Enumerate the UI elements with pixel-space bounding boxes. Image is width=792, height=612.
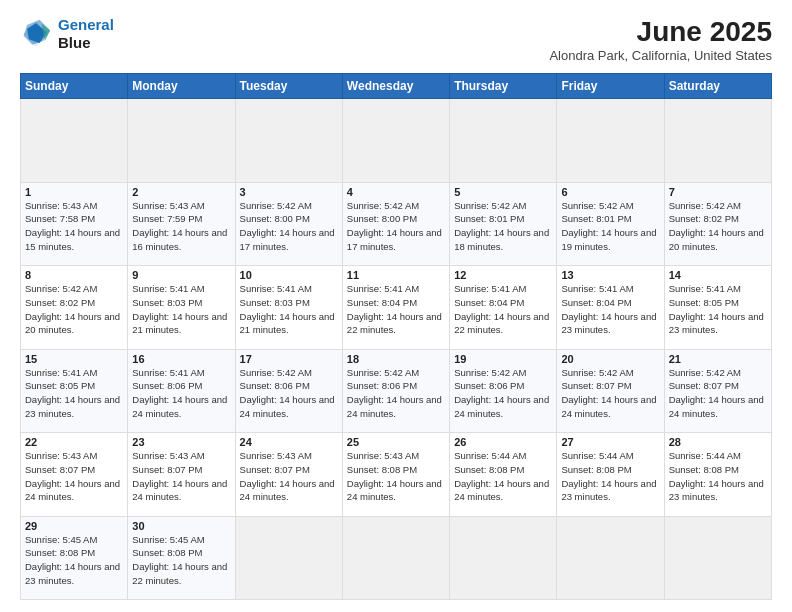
day-number: 3 (240, 186, 338, 198)
day-number: 24 (240, 436, 338, 448)
sunset-label: Sunset: 8:03 PM (132, 297, 202, 308)
sunrise-label: Sunrise: 5:43 AM (132, 450, 204, 461)
calendar-cell (450, 99, 557, 183)
calendar-cell: 8 Sunrise: 5:42 AM Sunset: 8:02 PM Dayli… (21, 266, 128, 350)
daylight-label: Daylight: 14 hours and 23 minutes. (25, 394, 120, 419)
sunrise-label: Sunrise: 5:44 AM (669, 450, 741, 461)
sunset-label: Sunset: 8:01 PM (561, 213, 631, 224)
calendar-cell: 28 Sunrise: 5:44 AM Sunset: 8:08 PM Dayl… (664, 433, 771, 517)
calendar-cell: 19 Sunrise: 5:42 AM Sunset: 8:06 PM Dayl… (450, 349, 557, 433)
daylight-label: Daylight: 14 hours and 21 minutes. (240, 311, 335, 336)
daylight-label: Daylight: 14 hours and 24 minutes. (454, 478, 549, 503)
daylight-label: Daylight: 14 hours and 24 minutes. (347, 394, 442, 419)
daylight-label: Daylight: 14 hours and 23 minutes. (561, 311, 656, 336)
day-number: 25 (347, 436, 445, 448)
col-saturday: Saturday (664, 74, 771, 99)
cell-content: Sunrise: 5:42 AM Sunset: 8:02 PM Dayligh… (25, 282, 123, 337)
day-number: 23 (132, 436, 230, 448)
calendar-cell: 29 Sunrise: 5:45 AM Sunset: 8:08 PM Dayl… (21, 516, 128, 600)
sunrise-label: Sunrise: 5:42 AM (454, 367, 526, 378)
sunset-label: Sunset: 8:01 PM (454, 213, 524, 224)
cell-content: Sunrise: 5:42 AM Sunset: 8:06 PM Dayligh… (347, 366, 445, 421)
day-number: 21 (669, 353, 767, 365)
month-title: June 2025 (549, 16, 772, 48)
daylight-label: Daylight: 14 hours and 20 minutes. (669, 227, 764, 252)
sunrise-label: Sunrise: 5:41 AM (132, 283, 204, 294)
cell-content: Sunrise: 5:42 AM Sunset: 8:00 PM Dayligh… (240, 199, 338, 254)
daylight-label: Daylight: 14 hours and 15 minutes. (25, 227, 120, 252)
calendar-cell: 20 Sunrise: 5:42 AM Sunset: 8:07 PM Dayl… (557, 349, 664, 433)
daylight-label: Daylight: 14 hours and 24 minutes. (132, 478, 227, 503)
logo: General Blue (20, 16, 114, 52)
sunset-label: Sunset: 8:07 PM (561, 380, 631, 391)
sunrise-label: Sunrise: 5:42 AM (561, 367, 633, 378)
calendar-cell (664, 516, 771, 600)
col-monday: Monday (128, 74, 235, 99)
day-number: 29 (25, 520, 123, 532)
calendar-cell: 1 Sunrise: 5:43 AM Sunset: 7:58 PM Dayli… (21, 182, 128, 266)
sunrise-label: Sunrise: 5:44 AM (454, 450, 526, 461)
day-number: 10 (240, 269, 338, 281)
page: General Blue June 2025 Alondra Park, Cal… (0, 0, 792, 612)
col-thursday: Thursday (450, 74, 557, 99)
calendar-cell: 7 Sunrise: 5:42 AM Sunset: 8:02 PM Dayli… (664, 182, 771, 266)
sunset-label: Sunset: 8:04 PM (561, 297, 631, 308)
sunrise-label: Sunrise: 5:42 AM (240, 367, 312, 378)
cell-content: Sunrise: 5:41 AM Sunset: 8:04 PM Dayligh… (454, 282, 552, 337)
day-number: 1 (25, 186, 123, 198)
daylight-label: Daylight: 14 hours and 24 minutes. (454, 394, 549, 419)
calendar-cell: 30 Sunrise: 5:45 AM Sunset: 8:08 PM Dayl… (128, 516, 235, 600)
cell-content: Sunrise: 5:41 AM Sunset: 8:04 PM Dayligh… (347, 282, 445, 337)
daylight-label: Daylight: 14 hours and 19 minutes. (561, 227, 656, 252)
daylight-label: Daylight: 14 hours and 24 minutes. (561, 394, 656, 419)
cell-content: Sunrise: 5:43 AM Sunset: 8:07 PM Dayligh… (240, 449, 338, 504)
sunrise-label: Sunrise: 5:43 AM (25, 200, 97, 211)
calendar-cell: 3 Sunrise: 5:42 AM Sunset: 8:00 PM Dayli… (235, 182, 342, 266)
day-number: 19 (454, 353, 552, 365)
sunset-label: Sunset: 8:05 PM (669, 297, 739, 308)
calendar-cell: 18 Sunrise: 5:42 AM Sunset: 8:06 PM Dayl… (342, 349, 449, 433)
sunset-label: Sunset: 8:06 PM (454, 380, 524, 391)
cell-content: Sunrise: 5:41 AM Sunset: 8:05 PM Dayligh… (25, 366, 123, 421)
day-number: 20 (561, 353, 659, 365)
week-row-4: 22 Sunrise: 5:43 AM Sunset: 8:07 PM Dayl… (21, 433, 772, 517)
daylight-label: Daylight: 14 hours and 24 minutes. (669, 394, 764, 419)
calendar-cell (21, 99, 128, 183)
sunrise-label: Sunrise: 5:42 AM (669, 367, 741, 378)
sunrise-label: Sunrise: 5:42 AM (25, 283, 97, 294)
week-row-1: 1 Sunrise: 5:43 AM Sunset: 7:58 PM Dayli… (21, 182, 772, 266)
day-number: 9 (132, 269, 230, 281)
sunset-label: Sunset: 8:08 PM (669, 464, 739, 475)
cell-content: Sunrise: 5:43 AM Sunset: 7:58 PM Dayligh… (25, 199, 123, 254)
daylight-label: Daylight: 14 hours and 17 minutes. (240, 227, 335, 252)
sunset-label: Sunset: 8:08 PM (347, 464, 417, 475)
sunrise-label: Sunrise: 5:41 AM (25, 367, 97, 378)
week-row-2: 8 Sunrise: 5:42 AM Sunset: 8:02 PM Dayli… (21, 266, 772, 350)
sunrise-label: Sunrise: 5:42 AM (669, 200, 741, 211)
day-number: 30 (132, 520, 230, 532)
daylight-label: Daylight: 14 hours and 23 minutes. (669, 478, 764, 503)
calendar-cell (235, 99, 342, 183)
daylight-label: Daylight: 14 hours and 24 minutes. (240, 478, 335, 503)
day-number: 5 (454, 186, 552, 198)
calendar-cell (128, 99, 235, 183)
sunset-label: Sunset: 8:06 PM (132, 380, 202, 391)
daylight-label: Daylight: 14 hours and 21 minutes. (132, 311, 227, 336)
cell-content: Sunrise: 5:43 AM Sunset: 8:08 PM Dayligh… (347, 449, 445, 504)
cell-content: Sunrise: 5:43 AM Sunset: 7:59 PM Dayligh… (132, 199, 230, 254)
sunrise-label: Sunrise: 5:42 AM (347, 367, 419, 378)
day-number: 6 (561, 186, 659, 198)
day-number: 15 (25, 353, 123, 365)
calendar-cell: 27 Sunrise: 5:44 AM Sunset: 8:08 PM Dayl… (557, 433, 664, 517)
sunrise-label: Sunrise: 5:41 AM (240, 283, 312, 294)
calendar-cell (342, 99, 449, 183)
sunrise-label: Sunrise: 5:42 AM (561, 200, 633, 211)
daylight-label: Daylight: 14 hours and 17 minutes. (347, 227, 442, 252)
sunset-label: Sunset: 8:03 PM (240, 297, 310, 308)
sunrise-label: Sunrise: 5:41 AM (347, 283, 419, 294)
col-sunday: Sunday (21, 74, 128, 99)
sunset-label: Sunset: 8:06 PM (240, 380, 310, 391)
sunset-label: Sunset: 8:00 PM (240, 213, 310, 224)
cell-content: Sunrise: 5:41 AM Sunset: 8:04 PM Dayligh… (561, 282, 659, 337)
sunrise-label: Sunrise: 5:42 AM (240, 200, 312, 211)
